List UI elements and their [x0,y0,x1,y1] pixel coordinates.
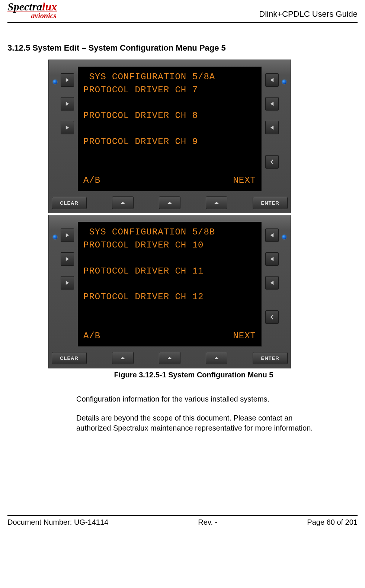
back-button[interactable] [265,310,279,324]
left-softkey-3[interactable] [61,121,74,134]
screen-line-1: PROTOCOL DRIVER CH 7 [83,84,256,97]
up-button-1[interactable] [112,352,134,364]
enter-button[interactable]: ENTER [253,197,288,209]
up-button-2[interactable] [159,352,180,364]
led-column-right [281,67,288,191]
footer-doc-number: Document Number: UG-14114 [7,518,108,527]
up-button-3[interactable] [206,352,227,364]
screen-title: SYS CONFIGURATION 5/8A [83,71,256,84]
right-softkey-1[interactable] [265,73,279,87]
screen-line-1: PROTOCOL DRIVER CH 10 [83,239,256,252]
up-button-2[interactable] [159,196,180,209]
logo-text-black: Spectra [7,0,42,13]
right-softkey-3[interactable] [265,121,279,134]
logo-text-red: lux [42,0,57,13]
body-text: Configuration information for the variou… [76,394,324,433]
display-screen-a: SYS CONFIGURATION 5/8APROTOCOL DRIVER CH… [78,67,262,191]
screen-line-2: PROTOCOL DRIVER CH 8 [83,109,256,122]
clear-button[interactable]: CLEAR [52,197,87,209]
screen-title: SYS CONFIGURATION 5/8B [83,226,256,239]
left-softkeys [58,67,76,191]
back-button[interactable] [265,155,279,169]
page-header: Spectralux avionics Dlink+CPDLC Users Gu… [7,0,358,23]
led-column-left [52,222,58,346]
left-softkey-2[interactable] [61,252,74,266]
display-screen-b: SYS CONFIGURATION 5/8BPROTOCOL DRIVER CH… [78,222,262,346]
led-indicator [282,80,286,84]
led-indicator [53,80,57,84]
logo-subtext: avionics [7,12,57,19]
led-column-left [52,67,58,191]
figure-caption: Figure 3.12.5-1 System Configuration Men… [7,371,358,379]
enter-button[interactable]: ENTER [253,352,288,364]
device-panel-a: SYS CONFIGURATION 5/8APROTOCOL DRIVER CH… [48,60,291,213]
left-softkeys [58,222,76,346]
right-softkey-2[interactable] [265,252,279,266]
right-softkey-3[interactable] [265,276,279,290]
left-softkey-1[interactable] [61,229,74,242]
guide-title: Dlink+CPDLC Users Guide [259,9,358,20]
page-footer: Document Number: UG-14114 Rev. - Page 60… [7,515,358,527]
screen-line-3: PROTOCOL DRIVER CH 12 [83,291,256,304]
led-column-right [281,222,288,346]
right-softkey-1[interactable] [265,229,279,242]
footer-page: Page 60 of 201 [307,518,358,527]
paragraph-1: Configuration information for the variou… [76,394,324,404]
section-heading: 3.12.5 System Edit – System Configuratio… [7,43,358,53]
screen-bottom-left: A/B [83,330,100,343]
screen-bottom-right: NEXT [233,174,256,187]
logo: Spectralux avionics [7,1,57,20]
device-panel-b: SYS CONFIGURATION 5/8BPROTOCOL DRIVER CH… [48,215,291,368]
left-softkey-2[interactable] [61,97,74,111]
screen-line-2: PROTOCOL DRIVER CH 11 [83,265,256,278]
right-softkeys [263,67,281,191]
led-indicator [53,235,57,239]
right-softkeys [263,222,281,346]
up-button-3[interactable] [206,196,227,209]
clear-button[interactable]: CLEAR [52,352,87,364]
led-indicator [282,235,286,239]
right-softkey-2[interactable] [265,97,279,111]
paragraph-2: Details are beyond the scope of this doc… [76,413,324,433]
up-button-1[interactable] [112,196,134,209]
left-softkey-3[interactable] [61,276,74,290]
screen-bottom-right: NEXT [233,330,256,343]
screen-bottom-left: A/B [83,174,100,187]
footer-revision: Rev. - [198,518,217,527]
left-softkey-1[interactable] [61,73,74,87]
screen-line-3: PROTOCOL DRIVER CH 9 [83,135,256,148]
